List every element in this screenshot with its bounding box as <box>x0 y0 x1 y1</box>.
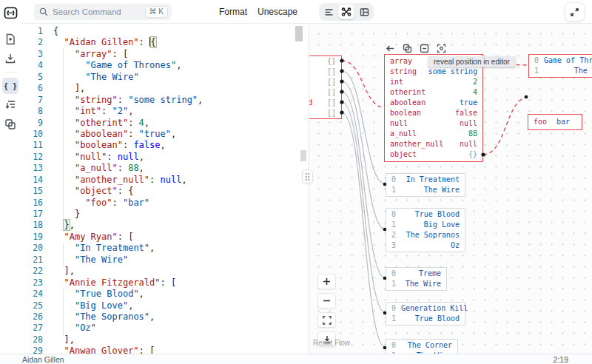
editor-line[interactable]: 8 "int": "2", <box>21 106 309 117</box>
array-values-node[interactable]: 0Game of Thrones1The Wire <box>528 54 592 78</box>
editor-line[interactable]: 23 "Annie Fitzgerald": [ <box>21 277 309 289</box>
root-object-node[interactable]: Aidan Gillen{}Amy Ryan[]Annie Fitzgerald… <box>309 55 342 119</box>
node-key: null <box>390 118 408 129</box>
node-toolbar <box>385 43 446 53</box>
expand-icon <box>570 7 579 17</box>
editor-line[interactable]: 19 "Amy Ryan": [ <box>21 232 309 243</box>
code-text: "True Blood", <box>53 289 144 300</box>
editor-line[interactable]: 26 "The Sopranos", <box>21 311 309 323</box>
editor-line[interactable]: 7 "string": "some string", <box>21 95 309 106</box>
cursor-position: 2:19 <box>554 355 568 364</box>
line-number: 8 <box>21 106 43 117</box>
search-icon <box>39 7 48 16</box>
editor-scrollbar-thumb[interactable] <box>295 26 303 41</box>
json-editor-button[interactable]: { } <box>2 78 18 94</box>
editor-line[interactable]: 18 }, <box>21 220 309 231</box>
editor-line[interactable]: 4 "Game of Thrones", <box>21 60 309 71</box>
editor-line[interactable]: 16 "foo": "bar" <box>21 198 309 209</box>
zoom-out-button[interactable] <box>317 293 336 309</box>
editor-line[interactable]: 25 "Big Love", <box>21 300 309 311</box>
node-row: Anwan Glover[] <box>309 87 341 98</box>
editor-line[interactable]: 12 "null": null, <box>21 152 309 163</box>
editor-line[interactable]: 27 "Oz" <box>21 323 309 334</box>
node-key: object <box>390 149 417 160</box>
line-number: 24 <box>21 289 43 300</box>
new-document-button[interactable] <box>2 31 18 47</box>
line-number: 16 <box>21 198 43 209</box>
code-text: "another_null": null, <box>53 175 187 186</box>
code-text: "Aidan Gillen": { <box>53 37 156 48</box>
array-index: 0 <box>391 269 401 279</box>
copy-node-button[interactable] <box>402 43 412 53</box>
array-values-node[interactable]: 0True Blood1Big Love2The Sopranos3Oz <box>386 208 465 252</box>
format-button[interactable]: Format <box>219 0 247 24</box>
node-row: Annie Fitzgerald[] <box>309 77 341 87</box>
unescape-button[interactable]: Unescape <box>258 0 297 24</box>
view-toggle <box>319 3 374 21</box>
focus-node-button[interactable] <box>436 43 446 53</box>
react-flow-attribution[interactable]: React Flow <box>313 339 350 347</box>
editor-line[interactable]: 1{ <box>21 26 309 37</box>
collapse-node-button[interactable] <box>419 43 429 53</box>
array-value: True Blood <box>401 209 460 220</box>
duplicate-button[interactable] <box>2 116 18 132</box>
object-foo-node[interactable]: foo bar <box>528 114 582 130</box>
code-text: "aboolean": "true", <box>53 129 176 140</box>
array-values-node[interactable]: 0In Treatment1The Wire <box>386 173 465 197</box>
array-values-node[interactable]: 0The Corner1The Wire <box>386 339 458 354</box>
editor-line[interactable]: 28 ], <box>21 334 309 346</box>
line-number: 14 <box>21 175 43 186</box>
editor-line[interactable]: 11 "boolean": false, <box>21 140 309 151</box>
editor-line[interactable]: 9 "otherint": 4, <box>21 118 309 129</box>
editor-line[interactable]: 15 "object": { <box>21 186 309 197</box>
code-text: "object": { <box>53 186 133 197</box>
zoom-in-button[interactable] <box>317 274 336 289</box>
plus-icon <box>323 277 331 286</box>
selected-object-node[interactable]: array[]stringsome stringint2otherint4abo… <box>384 54 483 162</box>
editor-line[interactable]: 6 ], <box>21 83 309 94</box>
line-number: 20 <box>21 243 43 254</box>
node-type-marker: [] <box>327 67 336 77</box>
editor-line[interactable]: 17 } <box>21 209 309 220</box>
editor-line[interactable]: 13 "a_null": 88, <box>21 163 309 174</box>
app-logo-icon[interactable] <box>2 4 18 21</box>
download-button[interactable] <box>2 50 18 67</box>
editor-line[interactable]: 29 "Anwan Glover": [ <box>21 346 309 354</box>
editor-line[interactable]: 20 "In Treatment", <box>21 243 309 254</box>
node-type-marker: [] <box>327 77 336 87</box>
array-values-node[interactable]: 0Generation Kill1True Blood <box>386 302 465 326</box>
node-row: abooleantrue <box>385 98 482 108</box>
array-values-node[interactable]: 0Treme1The Wire <box>386 267 447 291</box>
search-input[interactable]: Search Command ⌘ K <box>34 4 172 20</box>
node-key: a_null <box>390 129 417 139</box>
node-row: otherint4 <box>385 87 482 98</box>
fullscreen-button[interactable] <box>565 2 585 21</box>
code-editor[interactable]: 1{2 "Aidan Gillen": {3 "array": [4 "Game… <box>21 24 309 354</box>
line-number: 19 <box>21 232 43 243</box>
code-text: "In Treatment", <box>53 243 155 254</box>
line-number: 3 <box>21 49 43 60</box>
node-row: 1Big Love <box>386 220 465 230</box>
text-view-button[interactable] <box>320 4 337 19</box>
table-view-button[interactable] <box>356 4 372 19</box>
node-key: boolean <box>390 108 421 118</box>
editor-line[interactable]: 14 "another_null": null, <box>21 175 309 186</box>
drag-dots-icon <box>305 172 310 181</box>
node-row: Alexander Skarsgård[] <box>309 98 341 108</box>
editor-line[interactable]: 10 "aboolean": "true", <box>21 129 309 140</box>
editor-line[interactable]: 3 "array": [ <box>21 49 309 60</box>
fit-view-button[interactable] <box>317 312 336 328</box>
editor-line[interactable]: 2 "Aidan Gillen": { <box>21 37 309 48</box>
editor-line[interactable]: 24 "True Blood", <box>21 289 309 300</box>
transform-button[interactable] <box>2 97 18 113</box>
editor-line[interactable]: 22 ], <box>21 266 309 277</box>
line-number: 26 <box>21 311 43 323</box>
editor-line[interactable]: 21 "The Wire" <box>21 255 309 266</box>
array-index: 0 <box>534 55 544 66</box>
panel-resize-handle[interactable] <box>302 169 313 183</box>
back-button[interactable] <box>385 43 395 53</box>
graph-panel[interactable]: Aidan Gillen{}Amy Ryan[]Annie Fitzgerald… <box>309 24 592 354</box>
array-value: The Sopranos <box>401 230 460 240</box>
editor-line[interactable]: 5 "The Wire" <box>21 72 309 83</box>
graph-view-button[interactable] <box>338 4 354 19</box>
